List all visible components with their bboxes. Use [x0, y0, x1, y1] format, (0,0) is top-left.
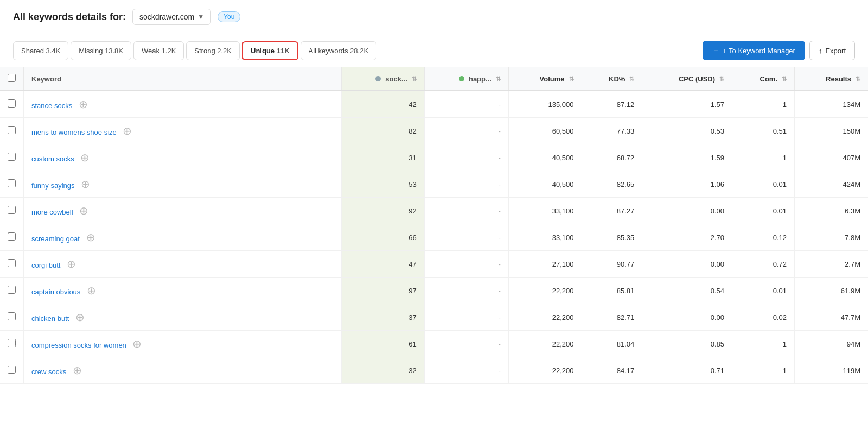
row-checkbox-5[interactable]	[8, 232, 16, 241]
export-label: Export	[825, 47, 846, 55]
keyword-col-header[interactable]: Keyword	[24, 67, 342, 91]
volume-val-8: 22,200	[508, 304, 582, 331]
table-row: funny sayings ⊕ 53 - 40,500 82.65 1.06 0…	[0, 171, 868, 198]
volume-val-3: 40,500	[508, 171, 582, 198]
row-checkbox-cell-8[interactable]	[0, 304, 24, 331]
select-all-header[interactable]	[0, 67, 24, 91]
add-keyword-btn-6[interactable]: ⊕	[67, 257, 76, 270]
happ-val-8: -	[424, 304, 508, 331]
row-checkbox-cell-3[interactable]	[0, 171, 24, 198]
volume-col-header[interactable]: Volume ⇅	[508, 67, 582, 91]
cpc-val-3: 1.06	[642, 171, 732, 198]
com-val-2: 1	[732, 144, 795, 171]
results-val-6: 2.7M	[795, 251, 868, 278]
add-keyword-btn-7[interactable]: ⊕	[87, 284, 96, 297]
table-header: Keyword sock... ⇅ happ... ⇅	[0, 67, 868, 91]
results-val-5: 7.8M	[795, 224, 868, 251]
row-checkbox-2[interactable]	[8, 153, 16, 161]
keyword-link-2[interactable]: custom socks	[31, 155, 74, 163]
keyword-manager-button[interactable]: ＋ + To Keyword Manager	[703, 41, 805, 60]
keyword-cell-7: captain obvious ⊕	[24, 278, 342, 304]
happ-col-header[interactable]: happ... ⇅	[424, 67, 508, 91]
add-keyword-btn-0[interactable]: ⊕	[79, 98, 88, 111]
keyword-link-1[interactable]: mens to womens shoe size	[31, 128, 117, 136]
row-checkbox-cell-6[interactable]	[0, 251, 24, 278]
tab-unique[interactable]: Unique 11K	[242, 41, 298, 60]
cpc-val-2: 1.59	[642, 144, 732, 171]
row-checkbox-9[interactable]	[8, 339, 16, 347]
keyword-link-5[interactable]: screaming goat	[31, 235, 80, 243]
cpc-sort-icon: ⇅	[719, 75, 724, 83]
com-sort-icon: ⇅	[782, 75, 787, 83]
volume-sort-icon: ⇅	[569, 75, 574, 83]
add-keyword-btn-5[interactable]: ⊕	[86, 231, 95, 244]
row-checkbox-cell-1[interactable]	[0, 118, 24, 144]
row-checkbox-6[interactable]	[8, 259, 16, 267]
com-col-header[interactable]: Com. ⇅	[732, 67, 795, 91]
add-keyword-btn-9[interactable]: ⊕	[132, 337, 142, 350]
row-checkbox-7[interactable]	[8, 286, 16, 294]
export-button[interactable]: ↑ Export	[809, 41, 855, 60]
row-checkbox-cell-5[interactable]	[0, 224, 24, 251]
cpc-val-0: 1.57	[642, 91, 732, 118]
keyword-cell-2: custom socks ⊕	[24, 144, 342, 171]
table-row: mens to womens shoe size ⊕ 82 - 60,500 7…	[0, 118, 868, 144]
row-checkbox-0[interactable]	[8, 99, 16, 108]
tab-shared[interactable]: Shared 3.4K	[13, 41, 68, 60]
row-checkbox-4[interactable]	[8, 206, 16, 214]
keyword-cell-3: funny sayings ⊕	[24, 171, 342, 198]
row-checkbox-cell-7[interactable]	[0, 278, 24, 304]
add-keyword-btn-3[interactable]: ⊕	[81, 178, 90, 191]
happ-col-label: happ...	[469, 75, 492, 83]
keyword-link-10[interactable]: crew socks	[31, 368, 66, 376]
add-keyword-btn-1[interactable]: ⊕	[123, 124, 132, 137]
results-col-header[interactable]: Results ⇅	[795, 67, 868, 91]
add-keyword-btn-8[interactable]: ⊕	[75, 311, 85, 324]
cpc-col-header[interactable]: CPC (USD) ⇅	[642, 67, 732, 91]
sock-col-header[interactable]: sock... ⇅	[341, 67, 424, 91]
keyword-link-3[interactable]: funny sayings	[31, 181, 75, 190]
row-checkbox-cell-2[interactable]	[0, 144, 24, 171]
domain-selector[interactable]: sockdrawer.com ▼	[132, 9, 211, 25]
row-checkbox-8[interactable]	[8, 312, 16, 320]
kd-col-header[interactable]: KD% ⇅	[582, 67, 642, 91]
plus-icon: ＋	[712, 46, 719, 55]
add-keyword-btn-4[interactable]: ⊕	[79, 204, 88, 217]
tab-all[interactable]: All keywords 28.2K	[301, 41, 377, 60]
tab-strong[interactable]: Strong 2.2K	[186, 41, 240, 60]
tab-missing[interactable]: Missing 13.8K	[71, 41, 131, 60]
row-checkbox-3[interactable]	[8, 179, 16, 187]
sock-val-9: 61	[341, 331, 424, 357]
tab-weak[interactable]: Weak 1.2K	[133, 41, 184, 60]
export-icon: ↑	[819, 47, 822, 55]
kd-val-9: 81.04	[582, 331, 642, 357]
cpc-val-6: 0.00	[642, 251, 732, 278]
sock-val-8: 37	[341, 304, 424, 331]
row-checkbox-cell-10[interactable]	[0, 357, 24, 384]
row-checkbox-1[interactable]	[8, 126, 16, 134]
add-keyword-btn-2[interactable]: ⊕	[80, 151, 90, 164]
results-sort-icon: ⇅	[856, 75, 860, 83]
keyword-link-4[interactable]: more cowbell	[31, 208, 73, 216]
add-keyword-btn-10[interactable]: ⊕	[73, 364, 82, 377]
page-title: All keywords details for:	[13, 11, 126, 23]
keyword-link-8[interactable]: chicken butt	[31, 314, 69, 323]
keyword-manager-label: + To Keyword Manager	[723, 47, 795, 55]
row-checkbox-cell-9[interactable]	[0, 331, 24, 357]
select-all-checkbox[interactable]	[8, 74, 16, 82]
keyword-link-0[interactable]: stance socks	[31, 102, 72, 110]
table-row: captain obvious ⊕ 97 - 22,200 85.81 0.54…	[0, 278, 868, 304]
keyword-link-7[interactable]: captain obvious	[31, 288, 80, 296]
results-val-2: 407M	[795, 144, 868, 171]
keyword-link-9[interactable]: compression socks for women	[31, 341, 126, 349]
keyword-cell-4: more cowbell ⊕	[24, 198, 342, 224]
keyword-link-6[interactable]: corgi butt	[31, 261, 60, 269]
row-checkbox-cell-4[interactable]	[0, 198, 24, 224]
row-checkbox-cell-0[interactable]	[0, 91, 24, 118]
row-checkbox-10[interactable]	[8, 366, 16, 374]
tab-weak-label: Weak 1.2K	[142, 47, 176, 55]
com-val-5: 0.12	[732, 224, 795, 251]
tab-unique-label: Unique 11K	[251, 47, 290, 55]
tabs-bar: Shared 3.4KMissing 13.8KWeak 1.2KStrong …	[0, 34, 868, 67]
happ-dot-icon	[459, 76, 464, 81]
